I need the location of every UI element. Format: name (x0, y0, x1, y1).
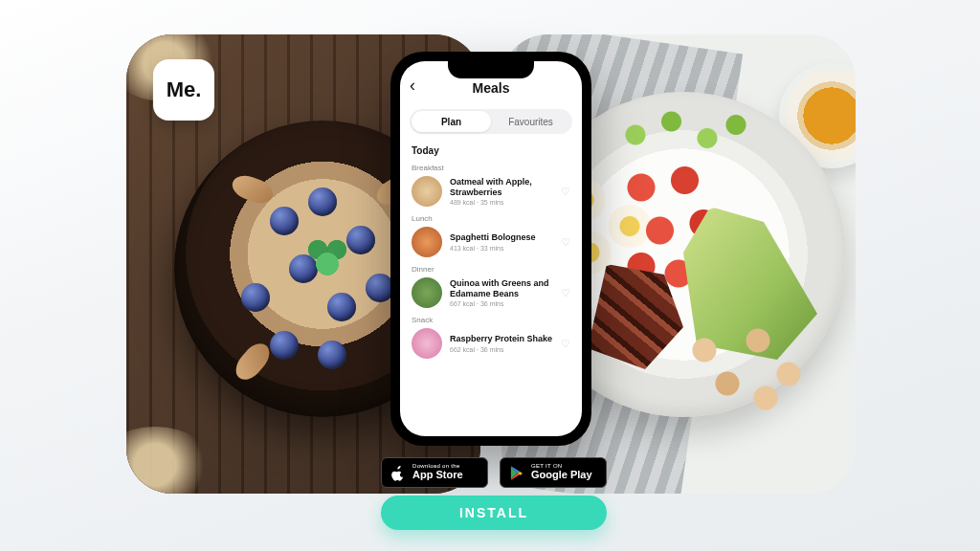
meal-row[interactable]: Raspberry Protein Shake 662 kcal · 36 mi… (400, 324, 582, 361)
meal-row[interactable]: Quinoa with Greens and Edamame Beans 667… (400, 274, 582, 310)
segmented-control[interactable]: Plan Favourites (410, 109, 572, 134)
meal-row[interactable]: Oatmeal with Apple, Strawberries 489 kca… (400, 172, 582, 209)
store-badges: Download on the App Store GET IT ON Goog… (381, 457, 607, 488)
mint-leaf (303, 235, 351, 283)
meal-text: Quinoa with Greens and Edamame Beans 667… (450, 278, 553, 307)
meal-meta: 489 kcal · 35 mins (450, 199, 553, 206)
phone-screen: ‹ Meals Plan Favourites Today Breakfast … (400, 61, 582, 436)
meal-text: Spaghetti Bolognese 413 kcal · 33 mins (450, 232, 553, 251)
brand-text: Me. (167, 77, 202, 102)
blueberry (327, 293, 356, 321)
meal-meta: 667 kcal · 36 mins (450, 300, 553, 307)
meal-name: Spaghetti Bolognese (450, 232, 553, 242)
meal-row[interactable]: Spaghetti Bolognese 413 kcal · 33 mins ♡ (400, 223, 582, 259)
badge-text: Download on the App Store (412, 463, 463, 481)
favourite-icon[interactable]: ♡ (561, 338, 570, 350)
badge-line2: App Store (412, 469, 463, 481)
meal-thumb-icon (412, 277, 442, 308)
meal-section-label: Breakfast (400, 158, 582, 172)
meal-thumb-icon (412, 328, 442, 359)
blueberry (270, 331, 299, 360)
blueberry (308, 187, 337, 216)
google-play-icon (508, 465, 524, 481)
meal-name: Raspberry Protein Shake (450, 334, 553, 343)
apple-icon (390, 465, 406, 481)
diced-chicken (674, 321, 827, 417)
screen-title: Meals (473, 80, 510, 96)
meal-section-label: Snack (400, 310, 582, 324)
badge-line2: Google Play (531, 469, 592, 481)
meal-text: Raspberry Protein Shake 662 kcal · 36 mi… (450, 334, 553, 352)
blueberry (270, 207, 299, 235)
phone-notch (448, 59, 534, 78)
brand-badge: Me. (153, 59, 214, 121)
today-label: Today (400, 138, 582, 158)
meal-text: Oatmeal with Apple, Strawberries 489 kca… (450, 177, 553, 206)
app-store-badge[interactable]: Download on the App Store (381, 457, 488, 488)
back-icon[interactable]: ‹ (410, 76, 415, 96)
tab-plan[interactable]: Plan (412, 111, 491, 132)
meal-section-label: Dinner (400, 259, 582, 274)
meal-name: Quinoa with Greens and Edamame Beans (450, 278, 553, 298)
meal-thumb-icon (412, 176, 442, 207)
meal-meta: 662 kcal · 36 mins (450, 346, 553, 353)
meal-name: Oatmeal with Apple, Strawberries (450, 177, 553, 197)
google-play-badge[interactable]: GET IT ON Google Play (500, 457, 607, 488)
meal-section-label: Lunch (400, 209, 582, 223)
badge-text: GET IT ON Google Play (531, 463, 592, 481)
favourite-icon[interactable]: ♡ (561, 236, 570, 249)
favourite-icon[interactable]: ♡ (561, 287, 570, 299)
phone-mockup: ‹ Meals Plan Favourites Today Breakfast … (390, 52, 591, 446)
blueberry (241, 283, 270, 312)
favourite-icon[interactable]: ♡ (561, 186, 570, 198)
blueberry (318, 341, 346, 369)
install-button[interactable]: INSTALL (381, 496, 607, 530)
meal-thumb-icon (412, 227, 442, 257)
tab-favourites[interactable]: Favourites (491, 111, 570, 132)
meal-meta: 413 kcal · 33 mins (450, 245, 553, 252)
